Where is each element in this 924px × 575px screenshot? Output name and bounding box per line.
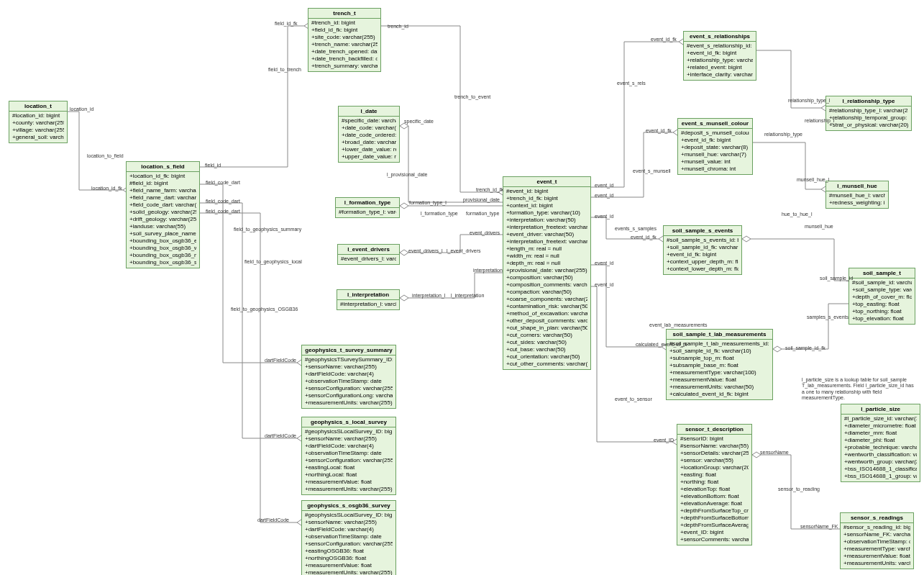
entity-event-s-munsell-colour: event_s_munsell_colour #deposit_s_munsel… <box>677 118 753 175</box>
lbl-l-interpretation: l_interpretation <box>451 293 484 298</box>
lbl-location-to-field: location_to_field <box>87 153 124 158</box>
lbl-event-lab-measure: event_lab_measurements <box>649 322 708 327</box>
lbl-event-s-rels: event_s_rels <box>617 81 646 86</box>
svg-marker-65 <box>742 236 751 242</box>
entity-l-date: l_date #specific_date: varchar(255) +dat… <box>338 106 400 163</box>
lbl-field-id: field_id <box>205 163 221 168</box>
svg-marker-33 <box>400 295 408 301</box>
lbl-dfc1: dartFieldCode <box>265 358 296 363</box>
lbl-dfc2: dartFieldCode <box>265 433 296 438</box>
er-diagram-canvas: location_t #location_id: bigint +county:… <box>0 0 924 575</box>
lbl-event-s-munsell: event_s_munsell <box>633 168 671 173</box>
lbl-fcd2: field_code_dart <box>206 199 240 204</box>
lbl-provisional-date: provisional_date <box>463 197 500 202</box>
lbl-fcd1: field_code_dart <box>206 180 240 185</box>
lbl-field-to-geo-local: field_to_geophysics_local <box>244 259 302 264</box>
lbl-event-id2: event_id <box>595 193 613 198</box>
entity-l-particle-size: l_particle_size #l_particle_size_id: var… <box>841 404 920 482</box>
lbl-soil-sample-id: soil_sample_id <box>820 276 853 281</box>
lbl-events-s-samples: events_s_samples <box>615 226 657 231</box>
entity-sensor-readings: sensor_s_readings #sensor_s_reading_id: … <box>840 512 914 569</box>
lbl-hue-to-hue-l: hue_to_hue_l <box>782 212 812 217</box>
entity-lab-measurements: soil_sample_t_lab_measurements #soil_sam… <box>666 329 773 400</box>
lbl-samples-s-events: samples_s_events <box>807 314 848 320</box>
lbl-formation-type-l: formation_type_l <box>409 200 447 205</box>
entity-l-interpretation: l_interpretation #interpretation_l: varc… <box>337 289 400 310</box>
lbl-sensor-to-reading: sensor_to_reading <box>778 486 820 492</box>
lbl-field-id-fk: field_id_fk <box>275 21 298 26</box>
lbl-eidfk3: event_id_fk <box>631 235 657 240</box>
lbl-ss-id-fk1: soil_sample_id_fk <box>785 345 825 350</box>
lbl-field-to-trench: field_to_trench <box>268 67 301 72</box>
lbl-eidfk2: event_id_fk <box>646 128 672 133</box>
lbl-field-to-geo-sum: field_to_geophysics_summary <box>234 227 301 232</box>
entity-geophysics-osgb36-survey: geophysics_s_osgb36_survey #geophysicsSL… <box>301 500 396 575</box>
lbl-location-id: location_id <box>70 107 93 112</box>
lbl-fcd3: field_code_dart <box>206 209 240 214</box>
entity-l-formation-type: l_formation_type #formation_type_l: varc… <box>335 197 400 218</box>
entity-location-t: location_t #location_id: bigint +county:… <box>9 101 68 143</box>
lbl-event-id4: event_id <box>595 261 613 266</box>
lbl-munsell-hue: munsell_hue <box>805 224 833 229</box>
entity-soil-sample-s-events: soil_sample_s_events #soil_sample_s_even… <box>663 225 742 275</box>
lbl-relationship-l: relationship_l <box>805 118 834 123</box>
entity-event-s-relationships: event_s_relationships #event_s_relations… <box>683 31 756 81</box>
title-location-t: location_t <box>9 101 67 112</box>
lbl-event-ID: event_ID <box>654 438 674 443</box>
lbl-relationship-type: relationship_type <box>764 132 802 137</box>
lbl-trench-id: trench_id <box>388 24 408 29</box>
entity-l-event-drivers: l_event_drivers #event_drivers_l: varcha… <box>337 244 400 265</box>
entity-event-t: event_t #event_id: bigint +trench_id_fk:… <box>503 176 591 370</box>
entity-geophysics-local-survey: geophysics_s_local_survey #geophysicsSLo… <box>301 417 396 495</box>
note-particle-size: l_particle_size is a lookup table for so… <box>802 377 917 402</box>
lbl-dfc3: dartFieldCode <box>257 517 289 522</box>
lbl-trench-id-fk: trench_id_fk <box>476 187 503 192</box>
lbl-sensorName: sensorName <box>760 450 789 455</box>
lbl-event-drivers-l: event_drivers_l <box>408 248 442 253</box>
lbl-calc-event-id-fk: calculated_event_id_fk <box>636 342 687 347</box>
entity-sensor-description: sensor_t_description #sensorID: bigint #… <box>677 424 752 545</box>
lbl-rel-type-l: relationship_type_l <box>788 98 830 103</box>
entity-l-munsell-hue: l_munsell_hue #munsell_hue_l: varchar(7)… <box>825 181 889 209</box>
lbl-event-drivers: event_drivers <box>470 230 500 235</box>
entity-geophysics-survey-summary: geophysics_t_survey_summary #geophysicsT… <box>301 345 396 409</box>
lbl-event-to-sensor: event_to_sensor <box>615 397 652 402</box>
lbl-formation-type: formation_type <box>466 211 499 216</box>
svg-marker-29 <box>400 250 408 255</box>
lbl-event-id1: event_id <box>595 183 613 188</box>
lbl-l-event-drivers: l_event_drivers <box>447 248 480 253</box>
lbl-interpretation-l: interpretation_l <box>412 293 445 298</box>
lbl-sensorName-FK: sensorName_FK <box>800 524 838 529</box>
lbl-event-id3: event_id <box>595 214 613 219</box>
lbl-eidfk1: event_id_fk <box>651 37 677 42</box>
entity-soil-sample-t: soil_sample_t #soil_sample_id: varchar(1… <box>848 268 915 325</box>
lbl-l-formation-type: l_formation_type <box>421 211 458 216</box>
lbl-location-id-fk: location_id_fk <box>91 186 122 191</box>
entity-trench-t: trench_t #trench_id: bigint +field_id_fk… <box>308 8 381 72</box>
svg-marker-69 <box>773 346 782 352</box>
lbl-field-to-geo-osgb: field_to_geophysics_OSGB36 <box>231 307 298 312</box>
lbl-specific-date: specific_date <box>404 119 434 124</box>
lbl-event-id5: event_id <box>595 282 613 287</box>
entity-location-s-field: location_s_field +location_id_fk: bigint… <box>126 161 200 268</box>
svg-marker-24 <box>400 123 408 129</box>
lbl-trench-to-event: trench_to_event <box>454 94 490 99</box>
lbl-munsell-hue-l: munsell_hue_l <box>797 177 829 182</box>
lbl-l-provisional-date: l_provisional_date <box>387 172 427 177</box>
svg-marker-27 <box>400 203 408 209</box>
lbl-interpretation: interpretation <box>473 268 503 273</box>
entity-l-relationship-type: l_relationship_type #relationship_type_l… <box>825 96 912 131</box>
